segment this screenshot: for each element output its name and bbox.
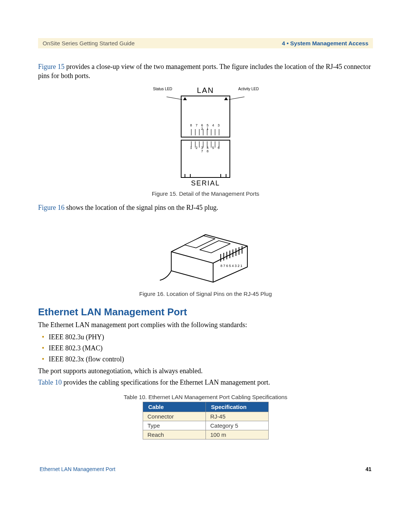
figure-16-ref[interactable]: Figure 16	[38, 204, 65, 211]
intro-paragraph-1-text: provides a close-up view of the two mana…	[38, 63, 371, 80]
lan-label: LAN	[164, 86, 247, 95]
figure-16: 8 7 6 5 4 3 2 1	[38, 217, 373, 288]
table-10-caption: Table 10. Ethernet LAN Management Port C…	[38, 394, 373, 400]
serial-pin-numbers: 1 2 3 4 5 6 7 8	[190, 146, 221, 153]
list-item: IEEE 802.3x (flow control)	[49, 354, 373, 365]
plug-pin-numbers: 8 7 6 5 4 3 2 1	[220, 264, 242, 268]
list-item: IEEE 802.3u (PHY)	[49, 332, 373, 343]
table-cell: Category 5	[206, 421, 268, 430]
table-cell: Reach	[143, 430, 206, 439]
table-row: Connector RJ-45	[143, 412, 268, 421]
standards-list: IEEE 802.3u (PHY) IEEE 802.3 (MAC) IEEE …	[38, 332, 373, 364]
figure-16-caption: Figure 16. Location of Signal Pins on th…	[38, 291, 373, 297]
figure-15-caption: Figure 15. Detail of the Management Port…	[38, 190, 373, 197]
header-chapter: 4 • System Management Access	[282, 40, 368, 46]
figure-15: Status LED Activity LED LAN 8 7 6 5 4 3 …	[38, 86, 373, 187]
autoneg-paragraph: The port supports autonegotiation, which…	[38, 366, 373, 375]
table-intro-text: provides the cabling specifications for …	[62, 379, 270, 386]
serial-port-box: ││││││││ 1 2 3 4 5 6 7 8	[181, 140, 230, 178]
table-cell: Type	[143, 421, 206, 430]
standards-intro: The Ethernet LAN management port complie…	[38, 320, 373, 329]
activity-led-icon	[224, 97, 228, 100]
page-footer: Ethernet LAN Management Port 41	[38, 466, 373, 472]
spec-table: Cable Specification Connector RJ-45 Type…	[143, 402, 269, 439]
rj45-plug-icon: 8 7 6 5 4 3 2 1	[148, 217, 263, 286]
lan-pin-ticks: ││││││││	[190, 131, 221, 134]
port-diagram: Status LED Activity LED LAN 8 7 6 5 4 3 …	[164, 86, 247, 187]
table-cell: RJ-45	[206, 412, 268, 421]
table-cell: Connector	[143, 412, 206, 421]
table-header-spec: Specification	[206, 402, 268, 412]
table-intro-paragraph: Table 10 provides the cabling specificat…	[38, 378, 373, 387]
serial-label: SERIAL	[164, 179, 247, 187]
footer-page-number: 41	[365, 466, 371, 472]
footer-section-name: Ethernet LAN Management Port	[40, 466, 115, 472]
intro-paragraph-1: Figure 15 provides a close-up view of th…	[38, 62, 373, 81]
figure-15-ref[interactable]: Figure 15	[38, 63, 65, 70]
intro-paragraph-2: Figure 16 shows the location of the sign…	[38, 203, 373, 212]
page-content: OnSite Series Getting Started Guide 4 • …	[0, 0, 411, 495]
table-row: Type Category 5	[143, 421, 268, 430]
activity-led-label: Activity LED	[238, 87, 259, 91]
table-header-row: Cable Specification	[143, 402, 268, 412]
status-led-label: Status LED	[153, 87, 172, 91]
section-heading: Ethernet LAN Management Port	[38, 306, 373, 318]
list-item: IEEE 802.3 (MAC)	[49, 343, 373, 354]
lan-port-box: 8 7 6 5 4 3 2 1 ││││││││	[181, 96, 230, 137]
intro-paragraph-2-text: shows the location of the signal pins on…	[65, 204, 218, 211]
header-doc-title: OnSite Series Getting Started Guide	[43, 40, 135, 46]
status-led-icon	[183, 97, 187, 100]
table-10-ref[interactable]: Table 10	[38, 379, 62, 386]
page-header: OnSite Series Getting Started Guide 4 • …	[38, 38, 373, 48]
table-header-cable: Cable	[143, 402, 206, 412]
table-row: Reach 100 m	[143, 430, 268, 439]
table-cell: 100 m	[206, 430, 268, 439]
